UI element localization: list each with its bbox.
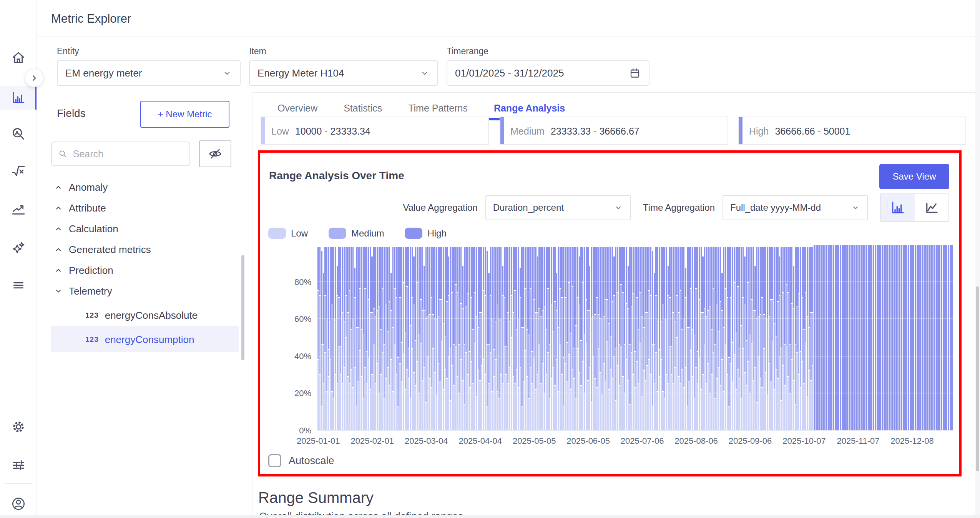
segment-low xyxy=(485,375,486,431)
autoscale-control[interactable]: Autoscale xyxy=(268,454,334,467)
page-scrollbar[interactable] xyxy=(976,286,979,471)
tab-range-analysis[interactable]: Range Analysis xyxy=(481,98,578,118)
segment-low xyxy=(594,379,596,431)
field-group-generated-metrics[interactable]: Generated metrics xyxy=(54,241,151,258)
segment-high xyxy=(385,247,387,305)
line-chart-view-button[interactable] xyxy=(915,194,948,221)
segment-high xyxy=(887,245,889,431)
bar xyxy=(500,245,502,431)
sidebar-item-account[interactable] xyxy=(0,492,37,516)
chevron-down-icon xyxy=(420,68,430,78)
segment-low xyxy=(397,406,399,431)
segment-high xyxy=(445,247,446,336)
save-view-button[interactable]: Save View xyxy=(879,164,949,189)
segment-medium xyxy=(549,345,551,398)
segment-medium xyxy=(511,296,512,337)
segment-high xyxy=(913,245,915,431)
fields-scrollbar[interactable] xyxy=(241,255,244,360)
segment-high xyxy=(838,245,840,431)
segment-low xyxy=(565,364,566,431)
segment-low xyxy=(666,375,667,431)
bar xyxy=(892,245,894,431)
sidebar-item-settings[interactable] xyxy=(0,415,37,439)
segment-medium xyxy=(600,318,601,372)
item-select[interactable]: Energy Meter H104 xyxy=(249,60,438,86)
bar xyxy=(537,245,538,431)
bar-chart-view-button[interactable] xyxy=(881,194,915,221)
field-group-anomaly[interactable]: Anomaly xyxy=(54,179,108,196)
segment-high xyxy=(845,245,847,431)
segment-low xyxy=(690,351,692,431)
new-metric-button[interactable]: + New Metric xyxy=(140,101,229,128)
segment-low xyxy=(721,360,723,431)
entity-select[interactable]: EM energy meter xyxy=(57,60,241,86)
bar xyxy=(520,245,521,431)
sidebar-item-home[interactable] xyxy=(0,46,37,70)
segment-high xyxy=(798,247,800,294)
bar-chart-icon xyxy=(11,90,26,105)
segment-high xyxy=(561,247,563,297)
sidebar-item-menu[interactable] xyxy=(0,273,37,297)
segment-high xyxy=(460,247,462,303)
x-tick-label: 2025-11-07 xyxy=(837,436,880,446)
segment-high xyxy=(354,268,355,297)
tab-statistics[interactable]: Statistics xyxy=(331,98,395,118)
field-group-prediction[interactable]: Prediction xyxy=(54,262,113,279)
field-search-input[interactable] xyxy=(73,148,183,160)
segment-low xyxy=(603,364,605,431)
sidebar-item-preferences[interactable] xyxy=(0,453,37,477)
tab-overview[interactable]: Overview xyxy=(264,98,331,118)
segment-medium xyxy=(596,298,598,387)
field-search[interactable] xyxy=(51,142,190,166)
segment-high xyxy=(639,247,641,292)
segment-high xyxy=(751,247,752,299)
segment-low xyxy=(749,393,751,431)
bar xyxy=(753,245,754,431)
segment-medium xyxy=(636,298,638,361)
bar xyxy=(323,245,324,431)
timerange-select[interactable]: 01/01/2025 - 31/12/2025 xyxy=(447,60,649,86)
bar xyxy=(458,245,460,431)
bar xyxy=(829,245,831,431)
bar xyxy=(884,245,885,431)
toggle-hidden-fields-button[interactable] xyxy=(199,140,231,167)
bar xyxy=(784,245,786,431)
segment-low xyxy=(547,353,549,431)
sidebar-item-ai-insights[interactable] xyxy=(0,236,37,260)
field-group-attribute[interactable]: Attribute xyxy=(54,200,106,217)
bar xyxy=(586,245,587,431)
segment-high xyxy=(488,273,490,344)
field-group-calculation[interactable]: Calculation xyxy=(54,220,118,237)
value-aggregation-select[interactable]: Duration_percent xyxy=(485,195,631,220)
bar xyxy=(833,245,834,431)
field-group-label: Prediction xyxy=(69,265,113,276)
sidebar-item-calculation[interactable] xyxy=(0,159,37,183)
segment-medium xyxy=(504,298,505,346)
sidebar-item-trends[interactable] xyxy=(0,197,37,221)
field-group-telemetry[interactable]: Telemetry xyxy=(54,283,112,300)
segment-high xyxy=(822,245,824,431)
segment-low xyxy=(622,377,624,431)
time-aggregation-select[interactable]: Full_date yyyy-MM-dd xyxy=(723,195,868,220)
bar xyxy=(509,245,510,431)
segment-medium xyxy=(368,300,369,358)
bar xyxy=(432,245,434,431)
segment-high xyxy=(668,266,669,295)
telemetry-item-energyconsabsolute[interactable]: 123energyConsAbsolute xyxy=(85,306,198,325)
sidebar-item-metric-explorer[interactable] xyxy=(0,86,37,110)
bar xyxy=(460,245,462,431)
autoscale-checkbox[interactable] xyxy=(268,454,281,467)
sidebar-expand-button[interactable] xyxy=(25,69,43,87)
segment-medium xyxy=(509,322,510,367)
bar xyxy=(427,245,429,431)
segment-high xyxy=(379,247,380,307)
telemetry-item-energyconsumption[interactable]: 123energyConsumption xyxy=(85,330,194,349)
bar xyxy=(635,245,636,431)
segment-high xyxy=(819,245,821,431)
sidebar-item-anomaly-search[interactable] xyxy=(0,122,37,146)
bar xyxy=(826,245,827,431)
segment-high xyxy=(944,245,946,431)
bar xyxy=(720,245,721,431)
bar xyxy=(937,245,939,431)
tab-time-patterns[interactable]: Time Patterns xyxy=(395,98,481,118)
